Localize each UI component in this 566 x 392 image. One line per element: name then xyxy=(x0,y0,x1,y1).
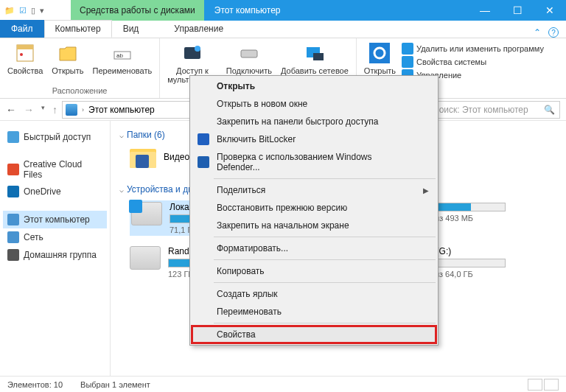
ribbon-label: Свойства xyxy=(7,66,43,75)
tab-file[interactable]: Файл xyxy=(0,20,44,38)
back-button[interactable]: ← xyxy=(6,104,16,116)
sidebar-item-icon xyxy=(7,249,19,261)
sidebar-item-icon xyxy=(7,131,19,143)
this-pc-icon xyxy=(66,104,77,116)
breadcrumb-location[interactable]: Этот компьютер xyxy=(88,105,155,115)
menu-item-label: Проверка с использованием Windows Defend… xyxy=(217,152,414,172)
ribbon-label: Открыть xyxy=(364,66,396,75)
sidebar-item-label: OneDrive xyxy=(24,186,61,197)
close-button[interactable]: ✕ xyxy=(534,0,566,21)
submenu-arrow-icon: ▶ xyxy=(423,186,429,195)
media-icon xyxy=(181,41,204,65)
maximize-button[interactable]: ☐ xyxy=(501,0,534,21)
menu-item[interactable]: Форматировать... xyxy=(192,239,436,257)
ribbon-help: ⌃ ? xyxy=(534,27,566,38)
menu-separator xyxy=(214,323,436,323)
breadcrumb-chevron-icon[interactable]: › xyxy=(82,106,84,113)
folder-label: Видео xyxy=(164,152,189,162)
menu-item-label: Поделиться xyxy=(217,185,265,195)
tab-computer[interactable]: Компьютер xyxy=(44,20,112,38)
quick-access-toolbar: 📁 ☑ ▯ ▾ xyxy=(0,6,49,15)
contextual-tab-drive-tools[interactable]: Средства работы с дисками xyxy=(71,0,204,21)
svg-rect-10 xyxy=(369,43,390,63)
menu-item-icon xyxy=(198,156,209,168)
menu-item[interactable]: Открыть xyxy=(192,77,436,95)
view-icons-button[interactable] xyxy=(544,379,559,391)
qat-check-icon[interactable]: ☑ xyxy=(19,6,27,15)
menu-item[interactable]: Поделиться▶ xyxy=(192,181,436,199)
status-item-count: Элементов: 10 xyxy=(7,380,63,389)
sidebar-item-label: Этот компьютер xyxy=(24,214,90,225)
ribbon-add-network-button[interactable]: Добавить сетевое xyxy=(278,40,352,77)
drive-icon xyxy=(130,246,161,270)
search-icon: 🔍 xyxy=(544,105,555,115)
ribbon-group-location: Свойства Открыть ab Переименовать Распол… xyxy=(0,38,160,98)
ribbon-rename-button[interactable]: ab Переименовать xyxy=(90,40,156,77)
ribbon-collapse-icon[interactable]: ⌃ xyxy=(534,27,541,38)
menu-separator xyxy=(214,237,436,237)
sidebar-item-label: Быстрый доступ xyxy=(24,132,91,142)
menu-item[interactable]: Проверка с использованием Windows Defend… xyxy=(192,148,436,176)
drive-icon xyxy=(131,202,162,225)
tab-view[interactable]: Вид xyxy=(112,20,150,38)
menu-item-label: Включить BitLocker xyxy=(217,134,296,144)
ribbon-small-label: Удалить или изменить программу xyxy=(416,44,544,53)
window-title: Этот компьютер xyxy=(204,5,281,15)
title-bar-spacer: Этот компьютер xyxy=(204,0,469,21)
forward-button[interactable]: → xyxy=(24,104,34,116)
view-details-button[interactable] xyxy=(528,379,542,391)
ribbon-open-settings-button[interactable]: Открыть xyxy=(361,40,399,77)
menu-item[interactable]: Копировать xyxy=(192,262,436,280)
ribbon-label: Добавить сетевое xyxy=(281,66,349,75)
svg-rect-1 xyxy=(17,45,33,49)
minimize-button[interactable]: — xyxy=(469,0,501,21)
menu-item-label: Форматировать... xyxy=(217,243,288,253)
menu-item-icon xyxy=(198,133,209,145)
svg-rect-7 xyxy=(241,50,257,57)
menu-item[interactable]: Переименовать xyxy=(192,303,436,321)
menu-item-label: Копировать xyxy=(217,266,265,276)
title-bar: 📁 ☑ ▯ ▾ Средства работы с дисками Этот к… xyxy=(0,0,566,21)
tab-manage[interactable]: Управление xyxy=(163,20,234,38)
up-button[interactable]: ↑ xyxy=(52,104,57,116)
menu-item[interactable]: Закрепить на начальном экране xyxy=(192,217,436,234)
uninstall-icon xyxy=(402,43,413,55)
menu-item[interactable]: Закрепить на панели быстрого доступа xyxy=(192,113,436,130)
ribbon-system-props-button[interactable]: Свойства системы xyxy=(402,56,544,68)
menu-item-label: Свойства xyxy=(217,329,256,340)
sidebar-item[interactable]: Сеть xyxy=(3,228,107,246)
sidebar-item[interactable]: Быстрый доступ xyxy=(3,128,107,146)
ribbon-label: Открыть xyxy=(52,66,83,75)
status-selection: Выбран 1 элемент xyxy=(80,380,150,389)
qat-folder-icon[interactable]: ▯ xyxy=(31,6,35,15)
menu-item[interactable]: Восстановить прежнюю версию xyxy=(192,199,436,217)
sidebar-item-icon xyxy=(7,214,19,225)
sidebar-item[interactable]: Домашняя группа xyxy=(3,246,107,264)
view-toggle xyxy=(528,379,559,391)
menu-item[interactable]: Создать ярлык xyxy=(192,285,436,303)
sidebar-item[interactable]: OneDrive xyxy=(3,183,107,200)
svg-point-6 xyxy=(195,46,200,52)
menu-item[interactable]: Включить BitLocker xyxy=(192,130,436,148)
menu-item-label: Создать ярлык xyxy=(217,289,278,299)
qat-dropdown-icon[interactable]: ▾ xyxy=(40,6,44,15)
history-dropdown[interactable]: ▾ xyxy=(41,104,45,116)
search-box[interactable]: Поиск: Этот компьютер 🔍 xyxy=(427,101,560,119)
open-folder-icon xyxy=(56,41,80,65)
menu-item[interactable]: Свойства xyxy=(192,326,436,343)
menu-item-label: Восстановить прежнюю версию xyxy=(217,203,347,213)
menu-separator xyxy=(214,259,436,260)
sidebar-item[interactable]: Creative Cloud Files xyxy=(3,156,107,183)
ribbon-properties-button[interactable]: Свойства xyxy=(4,40,46,77)
menu-item-label: Открыть в новом окне xyxy=(217,99,307,109)
help-icon[interactable]: ? xyxy=(548,27,559,38)
menu-separator xyxy=(214,178,436,179)
ribbon-open-button[interactable]: Открыть xyxy=(49,40,86,77)
sidebar-item-icon xyxy=(7,164,19,175)
ribbon-uninstall-button[interactable]: Удалить или изменить программу xyxy=(402,43,544,55)
menu-item[interactable]: Открыть в новом окне xyxy=(192,95,436,113)
sidebar-item[interactable]: Этот компьютер xyxy=(3,211,107,228)
folder-icon xyxy=(130,146,156,168)
system-icon xyxy=(402,56,413,68)
window-controls: — ☐ ✕ xyxy=(469,0,566,21)
